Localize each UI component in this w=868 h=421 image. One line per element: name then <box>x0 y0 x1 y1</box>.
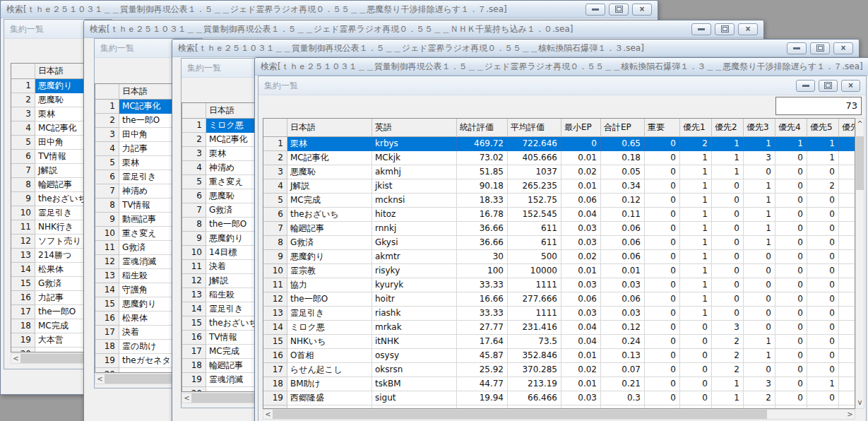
row-number-cell[interactable]: 11 <box>182 260 206 274</box>
data-cell[interactable]: mrkak <box>372 321 457 335</box>
data-cell[interactable] <box>839 194 855 208</box>
row-number-cell[interactable]: 7 <box>263 222 287 236</box>
column-header[interactable]: 統計評価 <box>457 119 508 137</box>
data-cell[interactable]: 0.01 <box>561 349 601 363</box>
scroll-right-icon[interactable]: > <box>845 409 855 420</box>
table-row[interactable]: 11協力kyuryk33.3311110.030.03010000 <box>263 278 855 292</box>
data-cell[interactable]: 1 <box>680 222 712 236</box>
restore-button[interactable] <box>715 23 735 35</box>
data-cell[interactable]: 1111 <box>508 278 561 292</box>
table-row[interactable]: 10霊宗教risyky100100000.010.01010000 <box>263 264 855 278</box>
row-number-cell[interactable]: 16 <box>263 349 287 363</box>
data-cell[interactable]: 0 <box>645 137 680 151</box>
data-cell[interactable]: 36.66 <box>457 236 508 250</box>
data-cell[interactable]: 405.666 <box>508 151 561 165</box>
data-cell[interactable]: 0 <box>775 236 807 250</box>
row-number-cell[interactable]: 17 <box>95 326 119 340</box>
data-cell[interactable]: 0 <box>680 391 712 405</box>
data-cell[interactable]: 1 <box>712 377 744 391</box>
data-cell[interactable]: 0 <box>645 250 680 264</box>
column-header[interactable]: 優先4 <box>775 119 807 137</box>
row-number-cell[interactable]: 8 <box>182 218 206 232</box>
column-header[interactable]: 重要 <box>645 119 680 137</box>
data-cell[interactable]: hitoz <box>372 208 457 222</box>
data-cell[interactable]: 1 <box>680 264 712 278</box>
row-number-cell[interactable]: 2 <box>11 93 35 107</box>
minimize-button[interactable] <box>585 4 605 16</box>
data-cell[interactable]: 0 <box>807 321 839 335</box>
data-cell[interactable]: 1 <box>680 151 712 165</box>
row-number-cell[interactable]: 5 <box>182 175 206 189</box>
data-cell[interactable]: 152.545 <box>508 208 561 222</box>
data-cell[interactable]: 0.21 <box>601 377 645 391</box>
data-cell[interactable]: 0 <box>712 222 744 236</box>
data-cell[interactable]: 0.03 <box>601 307 645 321</box>
data-cell[interactable]: 0 <box>807 208 839 222</box>
row-number-cell[interactable]: 15 <box>182 316 206 331</box>
row-number-cell[interactable]: 14 <box>263 321 287 335</box>
data-cell[interactable]: 1 <box>807 137 839 151</box>
row-number-cell[interactable]: 10 <box>182 246 206 260</box>
row-number-cell[interactable]: 19 <box>11 333 35 348</box>
data-cell[interactable]: 0 <box>807 363 839 377</box>
data-cell[interactable]: 0 <box>775 363 807 377</box>
data-cell[interactable]: 0.02 <box>561 250 601 264</box>
data-cell[interactable] <box>839 278 855 292</box>
data-cell[interactable]: 1 <box>680 278 712 292</box>
data-cell[interactable]: 0.07 <box>601 363 645 377</box>
table-row[interactable]: 7輪廻記事rnnkj36.666110.030.06010100 <box>263 222 855 236</box>
data-cell[interactable]: 0 <box>744 321 775 335</box>
row-number-cell[interactable]: 7 <box>95 184 119 198</box>
data-cell[interactable]: 265.235 <box>508 179 561 194</box>
vertical-scrollbar[interactable]: ^ v <box>855 118 864 409</box>
data-cell[interactable]: 0 <box>645 151 680 165</box>
data-cell[interactable]: 500 <box>508 250 561 264</box>
row-number-cell[interactable]: 4 <box>11 121 35 136</box>
data-cell[interactable]: 0 <box>712 278 744 292</box>
data-cell[interactable]: 0.3 <box>601 391 645 405</box>
data-cell[interactable]: 152.75 <box>508 194 561 208</box>
data-cell[interactable]: 0.01 <box>561 264 601 278</box>
data-cell[interactable]: 0 <box>775 194 807 208</box>
restore-button[interactable] <box>810 42 830 54</box>
row-number-cell[interactable]: 12 <box>263 292 287 307</box>
row-number-cell[interactable]: 17 <box>182 345 206 359</box>
data-cell[interactable]: 0.24 <box>601 335 645 349</box>
data-cell[interactable]: 0.06 <box>601 236 645 250</box>
data-cell[interactable]: 611 <box>508 236 561 250</box>
data-cell[interactable]: 0 <box>775 222 807 236</box>
row-number-cell[interactable]: 10 <box>11 206 35 220</box>
data-cell[interactable]: riashk <box>372 307 457 321</box>
row-number-cell[interactable]: 4 <box>95 142 119 156</box>
data-cell[interactable]: 2 <box>744 391 775 405</box>
data-cell[interactable]: itNHK <box>372 335 457 349</box>
data-cell[interactable]: 0 <box>712 208 744 222</box>
data-cell[interactable]: 1 <box>744 222 775 236</box>
data-cell[interactable]: 0 <box>680 321 712 335</box>
row-number-cell[interactable]: 14 <box>182 302 206 316</box>
table-row[interactable]: 12the一郎Ohoitr16.66277.6660.060.06010000 <box>263 292 855 307</box>
data-cell[interactable]: 0.65 <box>601 137 645 151</box>
data-cell[interactable]: 0 <box>645 278 680 292</box>
data-cell[interactable]: 0 <box>775 391 807 405</box>
data-cell[interactable]: 1 <box>807 377 839 391</box>
data-cell[interactable]: 1 <box>744 208 775 222</box>
row-number-cell[interactable]: 8 <box>11 178 35 192</box>
data-cell[interactable]: 90.18 <box>457 179 508 194</box>
data-cell[interactable]: 0 <box>807 391 839 405</box>
table-row[interactable]: 14ミロク悪mrkak27.77231.4160.040.12003000 <box>263 321 855 335</box>
data-cell[interactable]: 0 <box>775 335 807 349</box>
row-number-cell[interactable]: 19 <box>182 373 206 387</box>
data-cell[interactable]: 0.04 <box>561 335 601 349</box>
data-cell[interactable]: BM助け <box>287 377 372 391</box>
data-cell[interactable]: risyky <box>372 264 457 278</box>
data-cell[interactable]: 1 <box>744 179 775 194</box>
data-cell[interactable]: 0.06 <box>601 222 645 236</box>
data-cell[interactable]: 0.05 <box>601 165 645 179</box>
data-cell[interactable]: 0 <box>645 349 680 363</box>
data-cell[interactable]: sigut <box>372 391 457 405</box>
data-cell[interactable]: 0 <box>807 264 839 278</box>
data-cell[interactable]: 0 <box>645 208 680 222</box>
data-cell[interactable] <box>839 250 855 264</box>
data-cell[interactable]: 0 <box>712 179 744 194</box>
